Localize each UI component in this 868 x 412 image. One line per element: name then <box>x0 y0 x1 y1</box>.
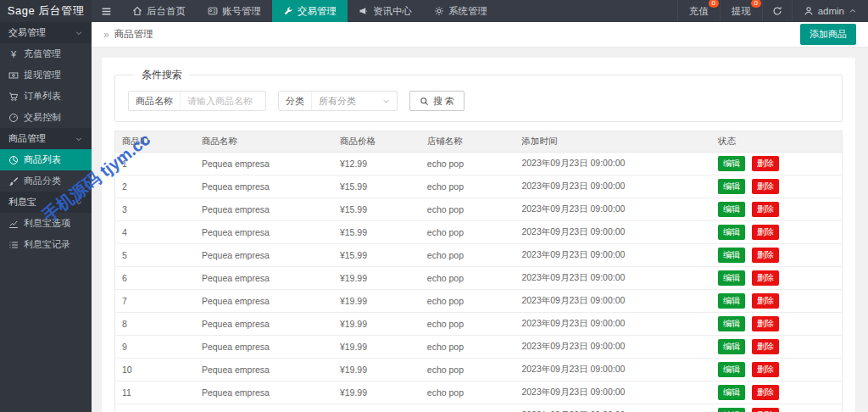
sidebar-item-orders[interactable]: 订单列表 <box>0 86 92 107</box>
tab-news[interactable]: 资讯中心 <box>348 0 423 22</box>
product-name-input[interactable] <box>181 96 265 106</box>
search-panel: 条件搜索 商品名称 分类 所有分类 搜 <box>114 68 843 122</box>
edit-button[interactable]: 编辑 <box>718 248 745 263</box>
tab-transactions[interactable]: 交易管理 <box>272 0 348 22</box>
edit-button[interactable]: 编辑 <box>718 316 745 331</box>
recharge-badge: 0 <box>709 0 719 8</box>
tab-dashboard[interactable]: 后台首页 <box>121 0 197 22</box>
sidebar-item-interest-options[interactable]: 利息宝选项 <box>0 213 92 234</box>
cell-shop-name: echo pop <box>420 267 515 290</box>
banknote-icon <box>8 70 19 81</box>
app-logo: Sage 后台管理 <box>0 0 92 22</box>
edit-button[interactable]: 编辑 <box>718 270 745 286</box>
edit-button[interactable]: 编辑 <box>718 339 745 354</box>
delete-button[interactable]: 删除 <box>752 339 779 354</box>
sidebar-item-product-list[interactable]: 商品列表 <box>0 149 92 170</box>
category-select[interactable]: 所有分类 <box>312 92 397 110</box>
id-card-icon <box>208 6 218 16</box>
delete-button[interactable]: 删除 <box>752 385 779 400</box>
edit-button[interactable]: 编辑 <box>718 293 745 309</box>
delete-button[interactable]: 删除 <box>752 316 779 331</box>
delete-button[interactable]: 删除 <box>752 293 779 309</box>
cell-shop-name: echo pop <box>420 290 515 313</box>
cell-product-name: Pequea empresa <box>195 198 333 221</box>
withdraw-button[interactable]: 提现0 <box>720 0 762 22</box>
sidebar-item-interest-records[interactable]: 利息宝记录 <box>0 234 92 255</box>
search-row: 商品名称 分类 所有分类 搜 索 <box>128 91 829 111</box>
delete-button[interactable]: 删除 <box>752 270 779 286</box>
edit-button[interactable]: 编辑 <box>718 385 745 400</box>
withdraw-badge: 0 <box>751 0 761 8</box>
cell-product-name: Pequea empresa <box>195 359 333 381</box>
cell-shop-name: echo pop <box>420 221 515 244</box>
user-icon <box>804 6 814 16</box>
cell-shop-name: echo pop <box>420 153 515 175</box>
edit-button[interactable]: 编辑 <box>718 202 745 217</box>
cell-actions: 编辑 删除 <box>711 221 842 244</box>
section-label: 利息宝 <box>8 196 36 209</box>
cell-product-price: ¥19.99 <box>333 359 420 381</box>
product-table: 商品ID 商品名称 商品价格 店铺名称 添加时间 状态 1 Pequea emp… <box>114 131 843 412</box>
gauge-icon <box>8 113 19 123</box>
delete-button[interactable]: 删除 <box>752 156 779 171</box>
cell-product-name: Pequea empresa <box>195 313 333 336</box>
product-name-label: 商品名称 <box>129 92 181 110</box>
cell-shop-name: echo pop <box>420 175 515 198</box>
edit-button[interactable]: 编辑 <box>718 156 745 171</box>
sidebar-section-interest[interactable]: 利息宝 <box>0 192 92 213</box>
delete-button[interactable]: 删除 <box>752 202 779 217</box>
cell-product-name: Pequea empresa <box>195 244 333 267</box>
tab-label: 账号管理 <box>222 5 261 18</box>
add-product-button[interactable]: 添加商品 <box>800 24 856 45</box>
col-status: 状态 <box>711 131 842 153</box>
cell-add-time: 2023年09月23日 09:00:00 <box>515 313 711 336</box>
tab-label: 交易管理 <box>298 5 337 18</box>
delete-button[interactable]: 删除 <box>752 408 779 412</box>
page-title: 商品管理 <box>114 28 153 41</box>
delete-button[interactable]: 删除 <box>752 248 779 263</box>
recharge-button[interactable]: 充值0 <box>677 0 720 22</box>
cell-product-id: 1 <box>115 153 195 175</box>
edit-button[interactable]: 编辑 <box>718 225 745 240</box>
chevron-down-icon <box>75 135 83 143</box>
tab-system[interactable]: 系统管理 <box>423 0 498 22</box>
cell-add-time: 2023年09月23日 09:00:00 <box>515 267 711 290</box>
tab-label: 系统管理 <box>448 5 487 18</box>
cell-product-id: 3 <box>115 198 195 221</box>
search-button[interactable]: 搜 索 <box>409 91 465 111</box>
brush-icon <box>8 176 19 187</box>
cell-add-time: 2023年09月23日 09:00:00 <box>515 336 711 359</box>
col-product-name: 商品名称 <box>195 131 333 153</box>
delete-button[interactable]: 删除 <box>752 179 779 194</box>
hamburger-menu-button[interactable] <box>92 0 121 22</box>
sidebar-item-recharge[interactable]: ¥ 充值管理 <box>0 43 92 64</box>
refresh-button[interactable] <box>762 0 792 22</box>
delete-button[interactable]: 删除 <box>752 362 779 377</box>
cell-product-price: ¥15.99 <box>333 175 420 198</box>
sidebar-item-trade-control[interactable]: 交易控制 <box>0 107 92 128</box>
top-nav: 后台首页 账号管理 交易管理 资讯中心 系统管理 <box>92 0 677 22</box>
sidebar-section-products[interactable]: 商品管理 <box>0 128 92 149</box>
cell-product-name: Pequea empresa <box>195 267 333 290</box>
cell-add-time: 2023年09月23日 09:00:00 <box>515 290 711 313</box>
product-card: 条件搜索 商品名称 分类 所有分类 搜 <box>102 58 855 412</box>
bullhorn-icon <box>359 6 369 16</box>
table-row: 6 Pequea empresa ¥19.99 echo pop 2023年09… <box>115 267 843 290</box>
yen-icon: ¥ <box>8 49 19 59</box>
user-menu[interactable]: admin <box>792 0 868 22</box>
edit-button[interactable]: 编辑 <box>718 408 745 412</box>
cell-add-time: 2023年09月23日 09:00:00 <box>515 175 711 198</box>
sidebar-item-withdraw[interactable]: 提现管理 <box>0 64 92 86</box>
tab-accounts[interactable]: 账号管理 <box>197 0 272 22</box>
edit-button[interactable]: 编辑 <box>718 362 745 377</box>
cell-product-id: 9 <box>115 336 195 359</box>
cell-product-price: ¥19.99 <box>333 404 420 412</box>
sidebar-section-transactions[interactable]: 交易管理 <box>0 22 92 43</box>
cell-product-price: ¥12.99 <box>333 153 420 175</box>
cell-product-id: 8 <box>115 313 195 336</box>
edit-button[interactable]: 编辑 <box>718 179 745 194</box>
sidebar-item-product-category[interactable]: 商品分类 <box>0 170 92 192</box>
cell-shop-name: echo pop <box>420 359 515 381</box>
delete-button[interactable]: 删除 <box>752 225 779 240</box>
chevron-down-icon <box>382 97 390 105</box>
